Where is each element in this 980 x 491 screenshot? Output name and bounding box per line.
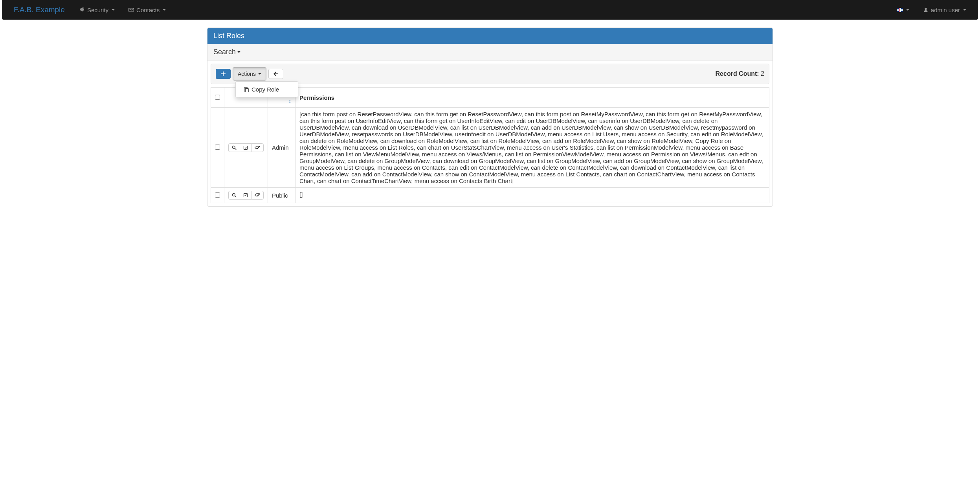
edit-icon — [243, 145, 248, 150]
header-checkbox — [211, 88, 224, 108]
add-button[interactable] — [216, 69, 231, 79]
copy-role-item[interactable]: Copy Role — [236, 84, 298, 95]
row-name: Public — [268, 188, 295, 203]
nav-language[interactable] — [891, 2, 915, 18]
svg-point-5 — [233, 194, 235, 196]
back-button[interactable] — [268, 69, 283, 79]
header-permissions: Permissions — [295, 88, 769, 108]
row-actions — [228, 191, 264, 200]
toolbar-left: Actions Copy Role — [216, 67, 283, 81]
brand-link[interactable]: F.A.B. Example — [8, 0, 71, 20]
caret-icon — [112, 9, 115, 11]
arrow-left-icon — [273, 71, 278, 76]
nav-user-label: admin user — [931, 7, 960, 13]
svg-line-6 — [235, 196, 237, 198]
svg-point-2 — [233, 146, 235, 148]
record-count: Record Count: 2 — [716, 70, 764, 77]
caret-icon — [963, 9, 966, 11]
toolbar: Actions Copy Role Record Co — [211, 64, 769, 84]
row-checkbox[interactable] — [215, 145, 220, 150]
envelope-icon — [128, 7, 134, 13]
row-permissions: [] — [295, 188, 769, 203]
search-label: Search — [213, 48, 236, 56]
edit-icon — [243, 193, 248, 198]
row-permissions: [can this form post on ResetPasswordView… — [295, 108, 769, 188]
main-container: List Roles Search Actions — [201, 27, 779, 207]
caret-icon — [163, 9, 166, 11]
row-checkbox[interactable] — [215, 192, 220, 198]
navbar: F.A.B. Example Security Contacts admin u… — [2, 0, 978, 20]
search-icon — [232, 193, 237, 198]
panel-title: List Roles — [207, 28, 773, 44]
flag-uk-icon — [897, 8, 903, 12]
row-actions — [228, 143, 264, 152]
roles-table: Name ↕ Permissions — [211, 87, 769, 203]
panel: List Roles Search Actions — [207, 27, 773, 207]
nav-contacts[interactable]: Contacts — [123, 1, 172, 19]
copy-icon — [244, 87, 249, 92]
cogs-icon — [79, 7, 85, 13]
eraser-icon — [255, 193, 260, 198]
actions-dropdown-menu: Copy Role — [235, 81, 298, 97]
table-row: Admin [can this form post on ResetPasswo… — [211, 108, 769, 188]
caret-icon — [906, 9, 909, 11]
caret-icon — [258, 73, 261, 75]
svg-line-3 — [235, 148, 237, 150]
search-icon — [232, 145, 237, 150]
select-all-checkbox[interactable] — [215, 95, 220, 100]
svg-rect-1 — [245, 88, 248, 92]
actions-dropdown-button[interactable]: Actions — [233, 67, 266, 81]
table-row: Public [] — [211, 188, 769, 203]
plus-icon — [221, 71, 226, 76]
table-wrap: Name ↕ Permissions — [207, 87, 773, 206]
caret-icon — [237, 51, 240, 53]
delete-button[interactable] — [251, 191, 264, 200]
navbar-right: admin user — [891, 1, 972, 19]
nav-security[interactable]: Security — [73, 1, 121, 19]
nav-contacts-label: Contacts — [136, 7, 160, 13]
nav-security-label: Security — [87, 7, 108, 13]
eraser-icon — [255, 145, 260, 150]
record-count-label: Record Count: — [716, 70, 759, 77]
edit-button[interactable] — [240, 143, 251, 152]
search-toggle[interactable]: Search — [207, 44, 773, 60]
show-button[interactable] — [228, 143, 240, 152]
edit-button[interactable] — [240, 191, 251, 200]
record-count-value: 2 — [761, 70, 764, 77]
toolbar-wrap: Actions Copy Role Record Co — [207, 60, 773, 87]
actions-label: Actions — [238, 70, 256, 78]
nav-user[interactable]: admin user — [917, 1, 972, 19]
navbar-left: F.A.B. Example Security Contacts — [8, 0, 172, 20]
copy-role-label: Copy Role — [251, 86, 279, 93]
user-icon — [923, 7, 929, 13]
sort-icon: ↕ — [272, 98, 291, 104]
delete-button[interactable] — [251, 143, 264, 152]
show-button[interactable] — [228, 191, 240, 200]
row-name: Admin — [268, 108, 295, 188]
